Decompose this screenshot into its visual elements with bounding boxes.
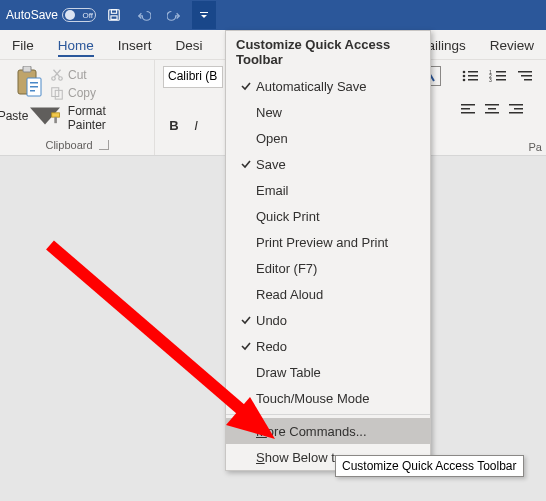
copy-button: Copy [50, 84, 146, 102]
svg-rect-8 [30, 86, 38, 88]
svg-rect-37 [509, 104, 523, 106]
svg-rect-25 [496, 75, 506, 77]
numbering-button[interactable]: 123 [484, 66, 512, 86]
clipboard-launcher-icon[interactable] [99, 140, 109, 150]
clipboard-group: Paste Cut Copy Format Painter [0, 60, 155, 155]
svg-point-16 [463, 71, 466, 74]
tab-insert[interactable]: Insert [106, 33, 164, 59]
tab-design[interactable]: Desi [164, 33, 215, 59]
svg-rect-35 [488, 108, 496, 110]
dropdown-item-label: Email [256, 183, 422, 198]
format-painter-button[interactable]: Format Painter [50, 102, 146, 134]
titlebar: AutoSave Off [0, 0, 546, 30]
redo-icon[interactable] [162, 3, 186, 27]
svg-point-10 [52, 77, 56, 81]
dropdown-item-label: Automatically Save [256, 79, 422, 94]
bullets-button[interactable] [456, 66, 484, 86]
dropdown-item[interactable]: Open [226, 125, 430, 151]
svg-rect-27 [496, 79, 506, 81]
svg-rect-9 [30, 90, 35, 92]
svg-rect-0 [109, 10, 120, 21]
svg-rect-38 [514, 108, 523, 110]
tab-file[interactable]: File [0, 33, 46, 59]
italic-button[interactable]: I [185, 115, 207, 137]
dropdown-item[interactable]: Automatically Save [226, 73, 430, 99]
dropdown-item-label: Quick Print [256, 209, 422, 224]
svg-rect-3 [200, 12, 208, 13]
svg-rect-2 [111, 16, 117, 20]
svg-line-40 [50, 245, 252, 419]
svg-point-20 [463, 79, 466, 82]
svg-rect-36 [485, 112, 499, 114]
check-icon [236, 81, 256, 91]
svg-rect-30 [524, 79, 532, 81]
clipboard-group-label: Clipboard [8, 139, 146, 153]
dropdown-item-label: Open [256, 131, 422, 146]
svg-text:3: 3 [489, 77, 492, 83]
undo-icon[interactable] [132, 3, 156, 27]
svg-rect-23 [496, 71, 506, 73]
svg-rect-34 [485, 104, 499, 106]
cut-button: Cut [50, 66, 146, 84]
dropdown-item[interactable]: Email [226, 177, 430, 203]
bold-button[interactable]: B [163, 115, 185, 137]
dropdown-item[interactable]: Quick Print [226, 203, 430, 229]
autosave-toggle-group[interactable]: AutoSave Off [6, 8, 96, 22]
dropdown-item-label: New [256, 105, 422, 120]
svg-rect-7 [30, 82, 38, 84]
svg-rect-1 [111, 10, 116, 14]
svg-rect-17 [468, 71, 478, 73]
svg-point-11 [59, 77, 63, 81]
paragraph-group-label: Pa [529, 141, 542, 153]
annotation-arrow [40, 235, 300, 455]
dropdown-item-label: Save [256, 157, 422, 172]
svg-rect-32 [461, 108, 470, 110]
dropdown-item[interactable]: Save [226, 151, 430, 177]
autosave-label: AutoSave [6, 8, 58, 22]
svg-point-18 [463, 75, 466, 78]
check-icon [236, 159, 256, 169]
svg-rect-28 [518, 71, 532, 73]
save-icon[interactable] [102, 3, 126, 27]
svg-rect-14 [52, 113, 60, 117]
svg-rect-33 [461, 112, 475, 114]
align-center-button[interactable] [480, 100, 504, 120]
svg-rect-5 [23, 66, 31, 72]
tooltip: Customize Quick Access Toolbar [335, 455, 524, 477]
tab-review[interactable]: Review [478, 33, 546, 59]
dropdown-item[interactable]: New [226, 99, 430, 125]
font-name-combo[interactable]: Calibri (B [163, 66, 223, 88]
tab-home[interactable]: Home [46, 33, 106, 59]
paste-button[interactable]: Paste [8, 64, 50, 134]
align-right-button[interactable] [504, 100, 528, 120]
svg-rect-19 [468, 75, 478, 77]
multilevel-list-button[interactable] [512, 66, 540, 86]
autosave-toggle[interactable]: Off [62, 8, 96, 22]
font-group: Calibri (B B I [155, 60, 232, 155]
svg-rect-15 [54, 117, 57, 123]
dropdown-title: Customize Quick Access Toolbar [226, 31, 430, 73]
align-left-button[interactable] [456, 100, 480, 120]
svg-rect-29 [521, 75, 532, 77]
svg-rect-39 [509, 112, 523, 114]
svg-rect-21 [468, 79, 478, 81]
svg-rect-31 [461, 104, 475, 106]
customize-qat-button[interactable] [192, 1, 216, 29]
